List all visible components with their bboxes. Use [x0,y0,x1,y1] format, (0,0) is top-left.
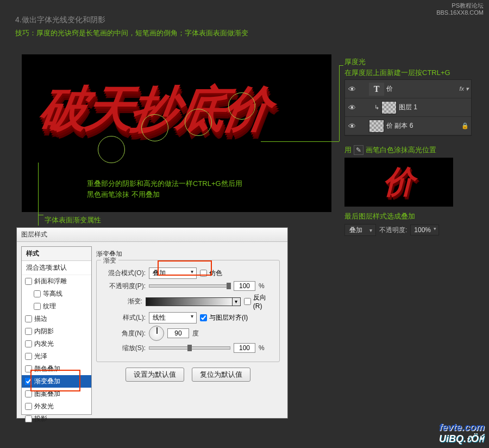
layer-row-clipped[interactable]: 👁 ↳ 图层 1 [345,98,471,117]
style-dropshadow-check[interactable] [25,415,32,422]
style-contour[interactable]: 等高线 [22,288,91,300]
pct-label: % [259,282,265,290]
annotation-circle-3 [185,109,212,136]
blendmode-label: 混合模式(O): [103,269,146,278]
style-row-label: 样式(L): [103,313,146,322]
gradient-row-label: 渐变: [103,297,142,306]
annotation-brush-text: 画笔白色涂抹高光位置 [366,145,436,155]
group-title: 渐变叠加 [96,250,280,259]
align-checkbox[interactable]: 与图层对齐(I) [200,313,248,322]
style-texture[interactable]: 纹理 [22,300,91,313]
layer-thumbnail [381,101,397,114]
guide-line-left-branch [38,215,43,215]
step-title: 4.做出字体光线变化和阴影 [15,15,105,25]
angle-dial[interactable] [149,326,164,341]
style-stroke[interactable]: 描边 [22,313,91,325]
blendmode-select-ls[interactable]: 叠加 [149,267,197,279]
styles-header[interactable]: 样式 [22,247,91,261]
style-coloroverlay-check[interactable] [25,365,32,372]
opacity-slider[interactable] [149,284,230,288]
annotation-brush: 用 ✎ 画笔白色涂抹高光位置 [344,145,436,155]
angle-input[interactable]: 90 [167,328,189,338]
annotation-overlap-l2: 黑色画笔涂抹 不用叠加 [87,189,242,200]
gradient-fieldset: 渐变 混合模式(O): 叠加 仿色 不透明度(P): 100 % 渐变: ▾ [96,260,280,362]
style-satin-check[interactable] [25,353,32,360]
guide-line-right-top [339,65,343,66]
layer-row-copy[interactable]: 👁 价 副本 6 🔒 [345,117,471,135]
angle-row-label: 角度(N): [103,329,146,338]
reset-default-button[interactable]: 复位为默认值 [192,368,250,382]
guide-line-right-bottom [261,141,339,142]
style-satin[interactable]: 光泽 [22,350,91,363]
layer-row-text[interactable]: 👁 T 价 fx ▾ [345,80,471,98]
fx-indicator-icon[interactable]: fx ▾ [459,85,469,92]
style-innershadow-check[interactable] [25,328,32,335]
slider-thumb[interactable] [227,283,231,289]
layers-panel: 👁 T 价 fx ▾ 👁 ↳ 图层 1 👁 价 副本 6 🔒 [344,79,472,136]
opacity-input[interactable]: 100 [234,281,255,291]
annotation-circle-2 [141,114,168,141]
visibility-icon[interactable]: 👁 [347,103,357,112]
annotation-gradient-property: 字体表面渐变属性 [45,215,101,226]
annotation-circle-1 [98,136,125,163]
annotation-thickness: 厚度光 [344,57,366,67]
brush-icon[interactable]: ✎ [354,145,363,155]
set-default-button[interactable]: 设置为默认值 [126,368,184,382]
style-texture-check[interactable] [34,303,41,310]
style-dropshadow[interactable]: 投影 [22,413,91,425]
layer-style-dialog: 图层样式 样式 混合选项:默认 斜面和浮雕 等高线 纹理 描边 内阴影 内发光 … [16,227,288,419]
style-innerglow-check[interactable] [25,340,32,347]
style-innershadow[interactable]: 内阴影 [22,325,91,338]
reverse-checkbox[interactable]: 反向(R) [244,293,273,310]
style-coloroverlay[interactable]: 颜色叠加 [22,363,91,375]
opacity-row-label: 不透明度(P): [103,282,146,291]
blend-defaults[interactable]: 混合选项:默认 [22,261,91,275]
preview-text: 价 [383,161,415,203]
annotation-brush-prefix: 用 [344,145,352,155]
layer-name-3: 价 副本 6 [386,121,459,130]
style-stroke-check[interactable] [25,315,32,322]
style-bevel-check[interactable] [25,278,32,285]
guide-line-left [38,163,39,226]
style-patternoverlay[interactable]: 图案叠加 [22,388,91,400]
layer-name-1: 价 [386,84,457,94]
gradient-swatch[interactable] [146,297,233,306]
wm-bottom-1: fevte.com [439,422,485,433]
clip-arrow-icon: ↳ [374,104,379,111]
scale-slider[interactable] [149,346,230,350]
bottom-watermark: fevte.com UiBQ.ꞒÖḾ [439,422,485,445]
style-bevel[interactable]: 斜面和浮雕 [22,275,91,288]
text3d-sample: 破天抄底价 [29,87,325,185]
style-gradoverlay-check[interactable] [25,378,32,385]
wm-bottom-2: UiBQ.ꞒÖḾ [439,433,485,445]
style-contour-check[interactable] [34,290,41,297]
tip-line: 技巧：厚度的光诀窍是长笔画的中间，短笔画的倒角；字体表面表面做渐变 [15,28,248,38]
visibility-icon[interactable]: 👁 [347,85,357,94]
guide-line-right [339,65,340,141]
visibility-icon[interactable]: 👁 [347,122,357,130]
scale-input[interactable]: 100 [234,343,255,353]
angle-unit: 度 [192,329,199,338]
blendmode-select[interactable]: 叠加 [344,224,376,236]
slider-thumb[interactable] [187,345,192,351]
style-gradoverlay[interactable]: 渐变叠加 [22,375,91,388]
style-outerglow[interactable]: 外发光 [22,400,91,413]
opacity-label: 不透明度: [379,226,407,235]
annotation-finalstyle: 最后图层样式选成叠加 [344,211,415,222]
annotation-newlayer: 在厚度层上面新建一层按CTRL+G [344,67,450,78]
gradient-dropdown-icon[interactable]: ▾ [232,297,241,306]
gradient-style-select[interactable]: 线性 [149,312,197,323]
lock-icon[interactable]: 🔒 [461,122,469,129]
dither-checkbox[interactable]: 仿色 [200,269,222,278]
pct-label-2: % [259,344,265,352]
layer-thumbnail [369,120,384,133]
style-outerglow-check[interactable] [25,403,32,410]
dialog-title: 图层样式 [17,228,287,242]
style-patternoverlay-check[interactable] [25,390,32,397]
style-innerglow[interactable]: 内发光 [22,338,91,350]
top-watermark: PS教程论坛 BBS.16XX8.COM [436,2,484,16]
annotation-overlap: 重叠部分的阴影和高光的做法一样CTRL+G然后用 黑色画笔涂抹 不用叠加 [87,178,242,200]
opacity-value[interactable]: 100% [410,225,439,235]
layer-name-2: 图层 1 [399,103,469,112]
fieldset-legend: 渐变 [101,256,118,265]
